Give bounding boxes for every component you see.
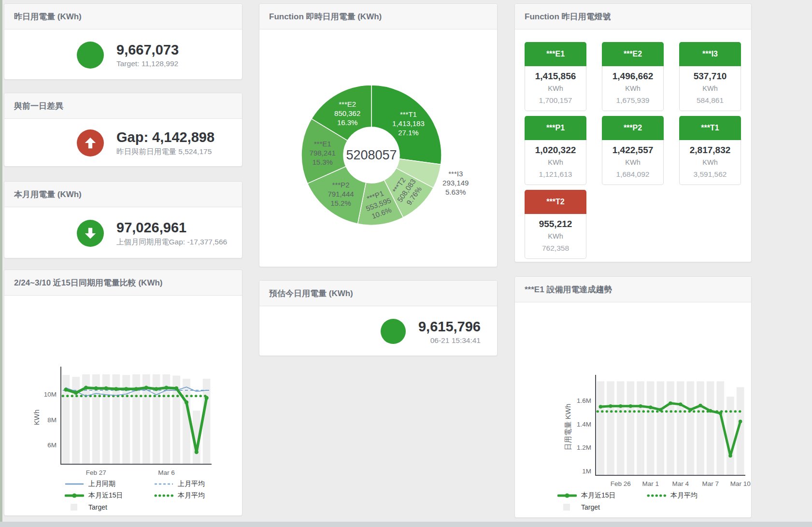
- dashboard-page: { "colors": { "green": "#2f9e33", "red":…: [0, 0, 812, 527]
- svg-text:Mar 7: Mar 7: [702, 480, 719, 487]
- tile-yesterday-value: 1,422,557: [602, 143, 663, 157]
- device-tile-I3[interactable]: ***I3537,710KWh584,861: [679, 42, 741, 111]
- card-title: 與前一日差異: [4, 93, 242, 119]
- svg-text:Mar 1: Mar 1: [642, 480, 659, 487]
- horizontal-scrollbar[interactable]: [0, 522, 812, 527]
- svg-text:Feb 27: Feb 27: [86, 469, 106, 476]
- donut-center-total: 5208057: [346, 148, 397, 162]
- card-title-text: 2/24~3/10 近15日同期用電量比較 (KWh): [14, 277, 163, 288]
- card-title: 預估今日用電量 (KWh): [259, 281, 497, 306]
- legend-item-dots[interactable]: 本月平均: [647, 491, 736, 500]
- svg-text:日用電量 KWh: 日用電量 KWh: [564, 404, 572, 451]
- month-usage-value: 97,026,961: [116, 219, 227, 236]
- tile-body: 1,415,856KWh1,700,157: [525, 66, 586, 111]
- device-tile-T2[interactable]: ***T2955,212KWh762,358: [525, 190, 586, 259]
- card-title: Function 昨日用電燈號: [515, 4, 751, 29]
- tile-status-header: ***P1: [525, 116, 586, 140]
- card-device-lights: Function 昨日用電燈號 ***E11,415,856KWh1,700,1…: [514, 3, 752, 262]
- tile-target-value: 3,591,562: [680, 168, 741, 180]
- tile-yesterday-value: 537,710: [680, 70, 741, 83]
- device-tile-E2[interactable]: ***E21,496,662KWh1,675,939: [602, 42, 664, 111]
- tile-target-value: 1,684,092: [602, 168, 663, 180]
- legend-label: 本月近15日: [88, 491, 123, 500]
- card-title-text: 昨日用電量 (KWh): [14, 11, 82, 22]
- tile-status-header: ***I3: [679, 42, 741, 66]
- tile-yesterday-value: 1,496,662: [602, 70, 663, 83]
- month-usage-gap: 上個月同期用電Gap: -17,377,566: [116, 237, 227, 247]
- legend-item-thick[interactable]: 本月近15日: [65, 491, 154, 500]
- tile-status-header: ***E1: [525, 42, 586, 66]
- card-title-text: 與前一日差異: [14, 100, 63, 112]
- legend-label: Target: [88, 503, 107, 511]
- legend-item-line[interactable]: 上月同期: [65, 479, 154, 489]
- legend-marker-thick-icon: [557, 492, 577, 499]
- green-status-circle-icon: [77, 42, 104, 69]
- device-tile-P1[interactable]: ***P11,020,322KWh1,121,613: [525, 116, 586, 185]
- sidebar-edge: [0, 0, 2, 527]
- svg-text:1.4M: 1.4M: [577, 421, 591, 428]
- legend-marker-line-icon: [65, 481, 84, 487]
- card-title-text: 預估今日用電量 (KWh): [269, 288, 353, 299]
- tile-body: 955,212KWh762,358: [525, 214, 586, 259]
- tile-unit-label: KWh: [602, 157, 663, 168]
- card-month-usage: 本月用電量 (KWh) 97,026,961 上個月同期用電Gap: -17,3…: [4, 181, 242, 258]
- compare-15day-chart: 6M8M10MFeb 27Mar 6KWh: [4, 296, 242, 478]
- tile-unit-label: KWh: [525, 157, 586, 168]
- card-title-text: ***E1 設備用電達成趨勢: [525, 284, 612, 295]
- card-title-text: Function 即時日用電量 (KWh): [269, 11, 382, 22]
- legend-label: 上月平均: [178, 480, 205, 488]
- legend-item-dots[interactable]: 本月平均: [154, 491, 243, 500]
- device-tile-P2[interactable]: ***P21,422,557KWh1,684,092: [602, 116, 664, 185]
- svg-text:KWh: KWh: [32, 410, 41, 426]
- tile-unit-label: KWh: [525, 230, 586, 242]
- tile-target-value: 584,861: [680, 94, 741, 106]
- svg-text:Feb 26: Feb 26: [611, 480, 631, 487]
- card-title: 2/24~3/10 近15日同期用電量比較 (KWh): [4, 270, 242, 296]
- device-tile-T1[interactable]: ***T12,817,832KWh3,591,562: [679, 116, 741, 185]
- card-title: 昨日用電量 (KWh): [4, 4, 242, 29]
- legend-label: 本月近15日: [581, 491, 616, 500]
- legend-marker-square-icon: [65, 504, 84, 511]
- legend-marker-thick-icon: [65, 492, 84, 499]
- tile-target-value: 762,358: [525, 242, 586, 254]
- legend-marker-dash-icon: [154, 481, 173, 487]
- tile-yesterday-value: 1,415,856: [525, 70, 586, 83]
- card-forecast: 預估今日用電量 (KWh) 9,615,796 06-21 15:34:41: [259, 280, 498, 356]
- legend-marker-square-icon: [557, 504, 577, 511]
- legend-item-thick[interactable]: 本月近15日: [557, 491, 647, 500]
- tile-target-value: 1,675,939: [602, 94, 663, 106]
- device-tile-E1[interactable]: ***E11,415,856KWh1,700,157: [525, 42, 586, 111]
- svg-text:Mar 10: Mar 10: [730, 480, 751, 487]
- tile-yesterday-value: 1,020,322: [525, 143, 586, 157]
- tile-unit-label: KWh: [602, 83, 663, 94]
- legend-marker-dots-icon: [154, 492, 173, 499]
- svg-text:10M: 10M: [44, 391, 57, 398]
- tile-status-header: ***P2: [602, 116, 664, 140]
- tile-body: 1,422,557KWh1,684,092: [602, 140, 664, 185]
- green-status-circle-icon: [381, 319, 406, 344]
- card-realtime-donut: Function 即時日用電量 (KWh) ***T11,413,18327.1…: [259, 3, 498, 267]
- tile-body: 1,020,322KWh1,121,613: [525, 140, 586, 185]
- legend-item-square[interactable]: Target: [557, 502, 647, 512]
- tile-yesterday-value: 955,212: [525, 217, 586, 230]
- donut-slice-label: ***I3293,1495.63%: [442, 170, 469, 196]
- e1-trend-chart: 1M1.2M1.4M1.6MFeb 26Mar 1Mar 4Mar 7Mar 1…: [515, 302, 751, 490]
- tile-body: 537,710KWh584,861: [679, 66, 741, 111]
- legend-label: Target: [581, 503, 600, 511]
- card-yesterday-usage: 昨日用電量 (KWh) 9,667,073 Target: 11,128,992: [4, 3, 242, 80]
- card-day-gap: 與前一日差異 Gap: 4,142,898 昨日與前日用電量 5,524,175: [4, 93, 242, 167]
- tile-body: 2,817,832KWh3,591,562: [679, 140, 741, 185]
- down-arrow-icon: [77, 220, 104, 247]
- tile-target-value: 1,700,157: [525, 94, 586, 106]
- legend-label: 本月平均: [178, 491, 205, 500]
- up-arrow-icon: [77, 129, 104, 157]
- svg-text:1.6M: 1.6M: [577, 397, 591, 404]
- tile-status-header: ***T1: [679, 116, 741, 140]
- forecast-timestamp: 06-21 15:34:41: [418, 336, 481, 345]
- legend-item-dash[interactable]: 上月平均: [154, 479, 243, 489]
- e1-trend-legend: 本月近15日本月平均Target: [515, 491, 751, 512]
- yesterday-usage-target: Target: 11,128,992: [116, 59, 179, 68]
- svg-text:1M: 1M: [582, 468, 591, 475]
- day-gap-sub: 昨日與前日用電量 5,524,175: [116, 147, 214, 157]
- legend-item-square[interactable]: Target: [65, 502, 154, 512]
